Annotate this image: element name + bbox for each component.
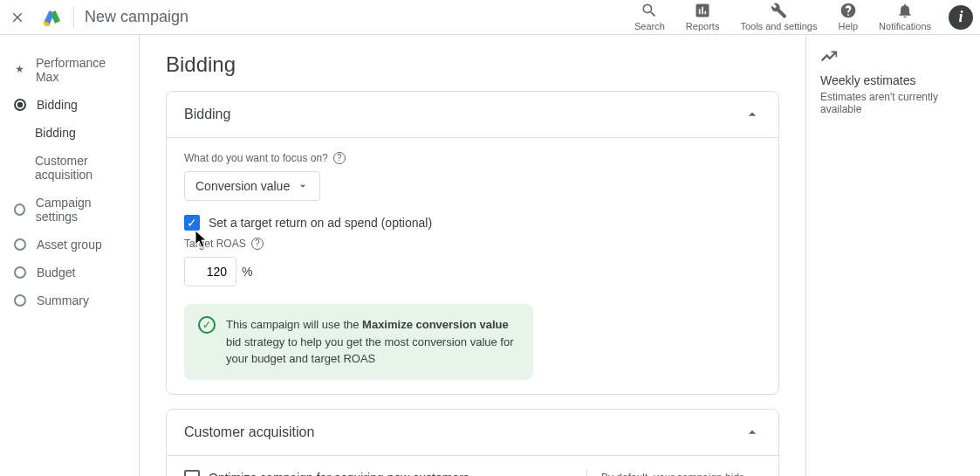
rp-title: Weekly estimates xyxy=(820,73,966,87)
custacq-left: Optimize campaign for acquiring new cust… xyxy=(184,470,586,477)
label: Bidding xyxy=(37,98,78,112)
sidebar-item-bidding[interactable]: Bidding xyxy=(0,91,139,119)
sidebar-sub-bidding[interactable]: Bidding xyxy=(0,119,139,147)
target-roas-input[interactable] xyxy=(184,257,236,286)
callout-suffix: bid strategy to help you get the most co… xyxy=(226,335,514,366)
top-actions: Search Reports Tools and settings Help N… xyxy=(624,0,980,36)
focus-select[interactable]: Conversion value xyxy=(184,171,320,201)
info-button[interactable]: i xyxy=(949,5,973,30)
help-icon xyxy=(840,2,857,19)
label: Reports xyxy=(686,21,720,32)
sidebar-sub-custacq[interactable]: Customer acquisition xyxy=(0,147,139,189)
sidebar-item-asset-group[interactable]: Asset group xyxy=(0,231,139,259)
tools-icon xyxy=(770,2,787,19)
custacq-sidetext: By default, your campaign bids equally f… xyxy=(586,470,761,477)
custacq-card: Customer acquisition Optimize campaign f… xyxy=(166,409,779,477)
callout-msg: This campaign will use the Maximize conv… xyxy=(226,316,519,368)
reports-icon xyxy=(694,2,711,19)
close-icon xyxy=(10,10,25,25)
ads-logo-icon xyxy=(42,7,63,28)
main: Bidding Bidding What do you want to focu… xyxy=(140,35,805,476)
pmax-icon xyxy=(14,64,25,76)
focus-label: What do you want to focus on? xyxy=(184,152,328,164)
chevron-down-icon xyxy=(297,180,309,192)
help-icon[interactable]: ? xyxy=(251,238,264,250)
search-icon xyxy=(641,2,658,19)
rp-text: Estimates aren't currently available xyxy=(820,91,966,115)
top-action-search[interactable]: Search xyxy=(624,0,675,36)
bullet-icon xyxy=(14,294,26,307)
callout-prefix: This campaign will use the xyxy=(226,318,362,331)
label: Performance Max xyxy=(36,56,125,84)
card-title: Bidding xyxy=(184,107,230,122)
main-heading: Bidding xyxy=(166,52,779,77)
set-target-label: Set a target return on ad spend (optiona… xyxy=(209,216,432,230)
top-action-notifications[interactable]: Notifications xyxy=(868,0,942,36)
divider xyxy=(73,7,74,28)
label: Summary xyxy=(37,293,89,307)
bullet-icon xyxy=(14,266,26,279)
label: Bidding xyxy=(35,126,76,140)
bell-icon xyxy=(896,2,914,19)
sidebar-item-campaign-settings[interactable]: Campaign settings xyxy=(0,189,139,231)
label: Notifications xyxy=(879,21,931,32)
chevron-up-icon xyxy=(744,424,761,441)
optimize-checkbox[interactable] xyxy=(184,470,200,477)
sidebar-item-summary[interactable]: Summary xyxy=(0,286,139,314)
callout-bold: Maximize conversion value xyxy=(362,318,509,331)
bullet-icon xyxy=(14,99,26,111)
check-circle-icon: ✓ xyxy=(198,316,216,334)
target-roas-label-row: Target ROAS ? xyxy=(184,238,761,250)
bidding-card: Bidding What do you want to focus on? ? … xyxy=(166,91,779,395)
label: Campaign settings xyxy=(36,196,125,224)
bullet-icon xyxy=(14,238,26,251)
top-action-help[interactable]: Help xyxy=(827,0,868,36)
focus-value: Conversion value xyxy=(195,179,290,193)
bidding-callout: ✓ This campaign will use the Maximize co… xyxy=(184,304,533,380)
bullet-icon xyxy=(14,204,25,216)
label: Search xyxy=(634,21,665,32)
set-target-row: Set a target return on ad spend (optiona… xyxy=(184,215,761,231)
target-roas-label: Target ROAS xyxy=(184,238,246,250)
card-title: Customer acquisition xyxy=(184,424,314,440)
top-action-tools[interactable]: Tools and settings xyxy=(730,0,827,36)
close-button[interactable] xyxy=(0,0,35,35)
top-action-reports[interactable]: Reports xyxy=(675,0,730,36)
unit: % xyxy=(242,265,252,279)
set-target-checkbox[interactable] xyxy=(184,215,200,231)
topbar: New campaign Search Reports Tools and se… xyxy=(0,0,980,35)
optimize-row: Optimize campaign for acquiring new cust… xyxy=(184,470,586,477)
label: Tools and settings xyxy=(740,21,817,32)
side-text: By default, your campaign bids equally f… xyxy=(601,472,758,477)
label: Help xyxy=(838,21,858,32)
label: Customer acquisition xyxy=(35,154,125,182)
custacq-card-body: Optimize campaign for acquiring new cust… xyxy=(167,456,778,477)
layout: Performance Max Bidding Bidding Customer… xyxy=(0,35,980,476)
target-roas-input-wrap: % xyxy=(184,257,761,286)
label: Budget xyxy=(37,266,75,279)
label: Asset group xyxy=(37,238,102,252)
trend-icon xyxy=(820,49,838,66)
help-icon[interactable]: ? xyxy=(333,152,346,164)
sidebar: Performance Max Bidding Bidding Customer… xyxy=(0,35,140,476)
right-panel: Weekly estimates Estimates aren't curren… xyxy=(805,35,980,476)
chevron-up-icon xyxy=(744,106,761,123)
optimize-label: Optimize campaign for acquiring new cust… xyxy=(209,471,469,477)
sidebar-item-pmax[interactable]: Performance Max xyxy=(0,49,139,91)
custacq-card-header[interactable]: Customer acquisition xyxy=(167,410,778,456)
focus-label-row: What do you want to focus on? ? xyxy=(184,152,761,164)
bidding-card-body: What do you want to focus on? ? Conversi… xyxy=(167,138,778,394)
page-title: New campaign xyxy=(85,8,624,26)
bidding-card-header[interactable]: Bidding xyxy=(167,92,778,138)
sidebar-item-budget[interactable]: Budget xyxy=(0,259,139,286)
